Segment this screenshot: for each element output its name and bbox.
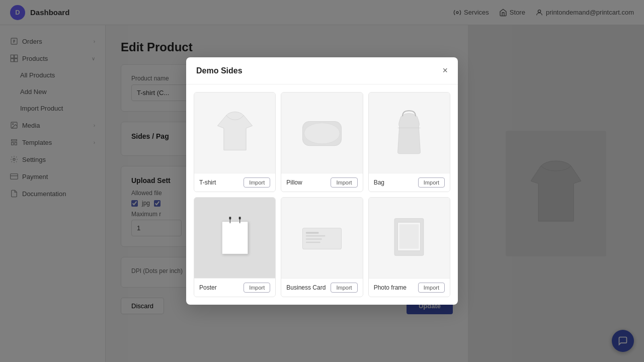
businesscard-image (281, 198, 362, 278)
businesscard-import-button[interactable]: Import (331, 283, 357, 293)
svg-rect-15 (222, 222, 248, 254)
poster-svg (212, 215, 258, 260)
bag-footer: Bag Import (369, 173, 450, 192)
photoframe-svg (386, 215, 432, 260)
product-card-tshirt: T-shirt Import (194, 92, 276, 192)
photoframe-image (369, 198, 450, 278)
pillow-import-button[interactable]: Import (331, 177, 357, 188)
poster-footer: Poster Import (194, 278, 275, 297)
product-card-photoframe: Photo frame Import (368, 197, 450, 297)
photoframe-import-button[interactable]: Import (418, 283, 445, 293)
bag-svg (386, 110, 432, 155)
businesscard-name: Business Card (286, 284, 326, 291)
photoframe-footer: Photo frame Import (369, 278, 450, 297)
modal-title: Demo Sides (196, 66, 243, 75)
product-card-businesscard: Business Card Import (281, 197, 363, 297)
poster-name: Poster (199, 284, 217, 291)
bag-import-button[interactable]: Import (418, 177, 445, 188)
svg-rect-21 (306, 232, 319, 233)
svg-rect-18 (229, 217, 231, 219)
products-grid: T-shirt Import Pillow Import (194, 92, 450, 297)
modal-body: T-shirt Import Pillow Import (186, 84, 458, 305)
svg-rect-22 (306, 235, 326, 237)
svg-rect-27 (399, 224, 419, 249)
poster-import-button[interactable]: Import (244, 283, 270, 293)
modal-header: Demo Sides × (186, 57, 458, 84)
businesscard-footer: Business Card Import (281, 278, 362, 297)
tshirt-svg (212, 110, 258, 155)
product-card-pillow: Pillow Import (281, 92, 363, 192)
bag-name: Bag (374, 179, 384, 186)
pillow-svg (299, 110, 345, 155)
businesscard-svg (299, 215, 345, 260)
poster-image (194, 198, 275, 278)
pillow-name: Pillow (286, 179, 302, 186)
pillow-image (281, 93, 362, 173)
tshirt-import-button[interactable]: Import (244, 177, 270, 188)
tshirt-footer: T-shirt Import (194, 173, 275, 192)
svg-rect-24 (306, 242, 320, 243)
photoframe-name: Photo frame (374, 284, 407, 291)
tshirt-name: T-shirt (199, 179, 216, 186)
bag-image (369, 93, 450, 173)
modal-close-button[interactable]: × (442, 65, 448, 76)
product-card-bag: Bag Import (368, 92, 450, 192)
demo-sides-modal: Demo Sides × T-shirt Import (186, 57, 458, 305)
svg-point-13 (304, 123, 340, 144)
tshirt-image (194, 93, 275, 173)
svg-rect-19 (238, 217, 240, 219)
pillow-footer: Pillow Import (281, 173, 362, 192)
svg-rect-23 (306, 238, 322, 240)
product-card-poster: Poster Import (194, 197, 276, 297)
modal-overlay[interactable]: Demo Sides × T-shirt Import (0, 0, 644, 362)
